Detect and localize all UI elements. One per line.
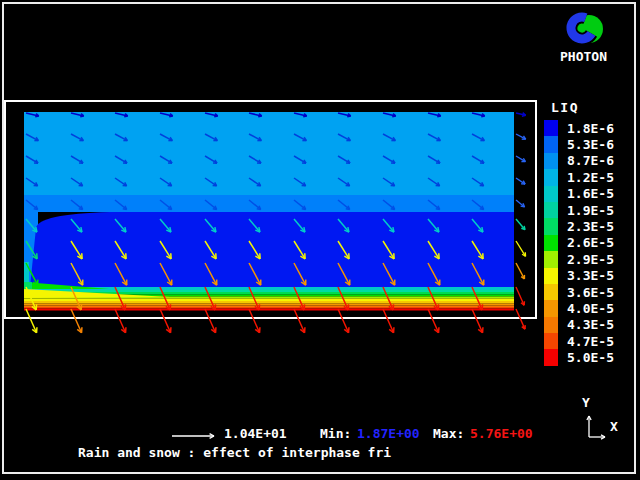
legend-row: 2.9E-5	[544, 251, 636, 267]
legend-row: 1.9E-5	[544, 202, 636, 218]
legend-row: 1.2E-5	[544, 169, 636, 185]
legend-row: 1.8E-6	[544, 120, 636, 136]
legend-swatch	[544, 333, 558, 349]
legend-value: 3.6E-5	[567, 285, 614, 300]
legend-value: 8.7E-6	[567, 153, 614, 168]
app-window: PHOTON LIQ 1.8E-65.3E-68.7E-61.2E-51.6E-…	[0, 0, 640, 480]
legend-swatch	[544, 186, 558, 202]
legend-row: 3.6E-5	[544, 284, 636, 300]
legend-row: 5.3E-6	[544, 136, 636, 152]
legend-row: 2.3E-5	[544, 218, 636, 234]
min-value: 1.87E+00	[357, 427, 420, 440]
legend-swatch	[544, 300, 558, 316]
axis-x-label: X	[610, 420, 618, 433]
legend-value: 4.3E-5	[567, 317, 614, 332]
legend-row: 4.0E-5	[544, 300, 636, 316]
legend-title: LIQ	[551, 100, 636, 115]
legend-value: 3.3E-5	[567, 268, 614, 283]
legend-swatch	[544, 235, 558, 251]
plot-caption: Rain and snow : effect of interphase fri	[78, 446, 391, 459]
legend-value: 4.7E-5	[567, 334, 614, 349]
legend-swatch	[544, 317, 558, 333]
axis-y-label: Y	[582, 396, 590, 409]
legend-row: 2.6E-5	[544, 235, 636, 251]
vector-scale-value: 1.04E+01	[224, 427, 287, 440]
legend-swatch	[544, 153, 558, 169]
legend-swatch	[544, 136, 558, 152]
legend-value: 2.9E-5	[567, 252, 614, 267]
legend-swatch	[544, 218, 558, 234]
legend-value: 4.0E-5	[567, 301, 614, 316]
legend-row: 1.6E-5	[544, 186, 636, 202]
legend-swatch	[544, 120, 558, 136]
legend-entries: 1.8E-65.3E-68.7E-61.2E-51.6E-51.9E-52.3E…	[544, 120, 636, 366]
legend-swatch	[544, 284, 558, 300]
legend-swatch	[544, 349, 558, 365]
legend-value: 1.2E-5	[567, 170, 614, 185]
legend-swatch	[544, 251, 558, 267]
photon-logo-icon	[560, 6, 608, 50]
legend-swatch	[544, 169, 558, 185]
max-value: 5.76E+00	[470, 427, 533, 440]
legend-row: 4.3E-5	[544, 317, 636, 333]
legend-row: 3.3E-5	[544, 268, 636, 284]
legend-row: 5.0E-5	[544, 349, 636, 365]
legend-swatch	[544, 202, 558, 218]
legend-value: 5.0E-5	[567, 350, 614, 365]
legend-value: 1.9E-5	[567, 203, 614, 218]
photon-label: PHOTON	[560, 50, 607, 63]
legend-panel: LIQ 1.8E-65.3E-68.7E-61.2E-51.6E-51.9E-5…	[544, 100, 636, 366]
legend-swatch	[544, 268, 558, 284]
legend-value: 5.3E-6	[567, 137, 614, 152]
legend-row: 4.7E-5	[544, 333, 636, 349]
legend-row: 8.7E-6	[544, 153, 636, 169]
legend-value: 2.6E-5	[567, 235, 614, 250]
max-label: Max:	[433, 427, 464, 440]
min-label: Min:	[320, 427, 351, 440]
legend-value: 2.3E-5	[567, 219, 614, 234]
legend-value: 1.8E-6	[567, 121, 614, 136]
contour-field	[24, 112, 514, 311]
legend-value: 1.6E-5	[567, 186, 614, 201]
